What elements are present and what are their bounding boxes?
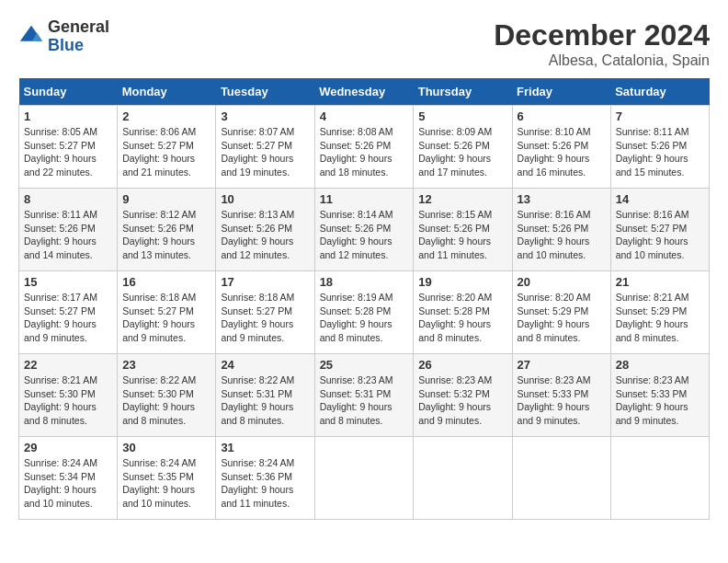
table-row: 12Sunrise: 8:15 AM Sunset: 5:26 PM Dayli…: [414, 189, 512, 271]
day-info: Sunrise: 8:23 AM Sunset: 5:31 PM Dayligh…: [320, 373, 409, 428]
page-header: General Blue December 2024 Albesa, Catal…: [18, 18, 710, 69]
table-row: 24Sunrise: 8:22 AM Sunset: 5:31 PM Dayli…: [216, 354, 314, 437]
day-number: 16: [122, 275, 210, 289]
table-row: [414, 437, 512, 520]
table-row: 17Sunrise: 8:18 AM Sunset: 5:27 PM Dayli…: [216, 271, 314, 354]
table-row: 10Sunrise: 8:13 AM Sunset: 5:26 PM Dayli…: [216, 189, 314, 271]
table-row: 1Sunrise: 8:05 AM Sunset: 5:27 PM Daylig…: [19, 106, 118, 189]
day-number: 28: [616, 358, 704, 372]
calendar-header-row: Sunday Monday Tuesday Wednesday Thursday…: [19, 78, 710, 106]
calendar-week-3: 15Sunrise: 8:17 AM Sunset: 5:27 PM Dayli…: [19, 271, 710, 354]
day-number: 6: [518, 109, 606, 123]
table-row: 23Sunrise: 8:22 AM Sunset: 5:30 PM Dayli…: [118, 354, 216, 437]
day-number: 11: [320, 192, 409, 206]
calendar-table: Sunday Monday Tuesday Wednesday Thursday…: [18, 78, 710, 520]
day-number: 22: [24, 358, 112, 372]
day-info: Sunrise: 8:12 AM Sunset: 5:26 PM Dayligh…: [122, 208, 210, 262]
table-row: 13Sunrise: 8:16 AM Sunset: 5:26 PM Dayli…: [512, 189, 610, 271]
day-info: Sunrise: 8:22 AM Sunset: 5:31 PM Dayligh…: [221, 373, 309, 428]
day-number: 29: [24, 441, 112, 454]
table-row: [610, 437, 709, 520]
table-row: 29Sunrise: 8:24 AM Sunset: 5:34 PM Dayli…: [19, 437, 118, 520]
day-number: 31: [221, 441, 309, 454]
header-wednesday: Wednesday: [314, 78, 414, 106]
day-info: Sunrise: 8:16 AM Sunset: 5:26 PM Dayligh…: [518, 208, 606, 262]
header-saturday: Saturday: [610, 78, 709, 106]
day-info: Sunrise: 8:13 AM Sunset: 5:26 PM Dayligh…: [221, 208, 309, 262]
logo-general-text: General: [48, 17, 109, 36]
day-info: Sunrise: 8:10 AM Sunset: 5:26 PM Dayligh…: [518, 125, 606, 179]
day-info: Sunrise: 8:18 AM Sunset: 5:27 PM Dayligh…: [122, 291, 210, 345]
day-info: Sunrise: 8:24 AM Sunset: 5:36 PM Dayligh…: [221, 456, 309, 511]
day-info: Sunrise: 8:20 AM Sunset: 5:28 PM Dayligh…: [418, 291, 506, 345]
day-info: Sunrise: 8:21 AM Sunset: 5:30 PM Dayligh…: [24, 373, 112, 428]
day-number: 10: [221, 192, 309, 206]
day-number: 3: [221, 109, 309, 123]
day-number: 25: [320, 358, 409, 372]
day-number: 21: [616, 275, 704, 289]
title-block: December 2024 Albesa, Catalonia, Spain: [494, 18, 710, 69]
table-row: 22Sunrise: 8:21 AM Sunset: 5:30 PM Dayli…: [19, 354, 118, 437]
table-row: 27Sunrise: 8:23 AM Sunset: 5:33 PM Dayli…: [512, 354, 610, 437]
day-info: Sunrise: 8:06 AM Sunset: 5:27 PM Dayligh…: [122, 125, 210, 179]
calendar-week-5: 29Sunrise: 8:24 AM Sunset: 5:34 PM Dayli…: [19, 437, 710, 520]
table-row: [512, 437, 610, 520]
header-monday: Monday: [118, 78, 216, 106]
logo: General Blue: [18, 18, 109, 55]
day-number: 18: [320, 275, 409, 289]
table-row: 11Sunrise: 8:14 AM Sunset: 5:26 PM Dayli…: [314, 189, 414, 271]
table-row: 7Sunrise: 8:11 AM Sunset: 5:26 PM Daylig…: [610, 106, 709, 189]
table-row: 8Sunrise: 8:11 AM Sunset: 5:26 PM Daylig…: [19, 189, 118, 271]
table-row: 3Sunrise: 8:07 AM Sunset: 5:27 PM Daylig…: [216, 106, 314, 189]
day-number: 13: [518, 192, 606, 206]
table-row: 4Sunrise: 8:08 AM Sunset: 5:26 PM Daylig…: [314, 106, 414, 189]
header-thursday: Thursday: [414, 78, 512, 106]
table-row: 14Sunrise: 8:16 AM Sunset: 5:27 PM Dayli…: [610, 189, 709, 271]
table-row: 6Sunrise: 8:10 AM Sunset: 5:26 PM Daylig…: [512, 106, 610, 189]
day-number: 19: [418, 275, 506, 289]
logo-icon: [18, 24, 44, 50]
day-number: 8: [24, 192, 112, 206]
header-sunday: Sunday: [19, 78, 118, 106]
day-number: 12: [418, 192, 506, 206]
calendar-week-1: 1Sunrise: 8:05 AM Sunset: 5:27 PM Daylig…: [19, 106, 710, 189]
day-info: Sunrise: 8:23 AM Sunset: 5:32 PM Dayligh…: [418, 373, 506, 428]
table-row: 19Sunrise: 8:20 AM Sunset: 5:28 PM Dayli…: [414, 271, 512, 354]
day-number: 14: [616, 192, 704, 206]
table-row: 15Sunrise: 8:17 AM Sunset: 5:27 PM Dayli…: [19, 271, 118, 354]
day-info: Sunrise: 8:11 AM Sunset: 5:26 PM Dayligh…: [616, 125, 704, 179]
month-title: December 2024: [494, 18, 710, 52]
table-row: 28Sunrise: 8:23 AM Sunset: 5:33 PM Dayli…: [610, 354, 709, 437]
day-info: Sunrise: 8:11 AM Sunset: 5:26 PM Dayligh…: [24, 208, 112, 262]
day-info: Sunrise: 8:22 AM Sunset: 5:30 PM Dayligh…: [122, 373, 210, 428]
day-info: Sunrise: 8:20 AM Sunset: 5:29 PM Dayligh…: [518, 291, 606, 345]
table-row: 30Sunrise: 8:24 AM Sunset: 5:35 PM Dayli…: [118, 437, 216, 520]
day-number: 23: [122, 358, 210, 372]
day-info: Sunrise: 8:21 AM Sunset: 5:29 PM Dayligh…: [616, 291, 704, 345]
day-info: Sunrise: 8:09 AM Sunset: 5:26 PM Dayligh…: [418, 125, 506, 179]
day-info: Sunrise: 8:23 AM Sunset: 5:33 PM Dayligh…: [518, 373, 606, 428]
table-row: 31Sunrise: 8:24 AM Sunset: 5:36 PM Dayli…: [216, 437, 314, 520]
day-number: 4: [320, 109, 409, 123]
day-number: 24: [221, 358, 309, 372]
day-number: 17: [221, 275, 309, 289]
day-info: Sunrise: 8:24 AM Sunset: 5:35 PM Dayligh…: [122, 456, 210, 511]
day-info: Sunrise: 8:23 AM Sunset: 5:33 PM Dayligh…: [616, 373, 704, 428]
day-info: Sunrise: 8:15 AM Sunset: 5:26 PM Dayligh…: [418, 208, 506, 262]
day-number: 15: [24, 275, 112, 289]
day-info: Sunrise: 8:16 AM Sunset: 5:27 PM Dayligh…: [616, 208, 704, 262]
table-row: 26Sunrise: 8:23 AM Sunset: 5:32 PM Dayli…: [414, 354, 512, 437]
day-number: 5: [418, 109, 506, 123]
table-row: 21Sunrise: 8:21 AM Sunset: 5:29 PM Dayli…: [610, 271, 709, 354]
day-info: Sunrise: 8:08 AM Sunset: 5:26 PM Dayligh…: [320, 125, 409, 179]
calendar-week-2: 8Sunrise: 8:11 AM Sunset: 5:26 PM Daylig…: [19, 189, 710, 271]
logo-blue-text: Blue: [48, 36, 84, 54]
table-row: 2Sunrise: 8:06 AM Sunset: 5:27 PM Daylig…: [118, 106, 216, 189]
header-tuesday: Tuesday: [216, 78, 314, 106]
day-number: 26: [418, 358, 506, 372]
table-row: 16Sunrise: 8:18 AM Sunset: 5:27 PM Dayli…: [118, 271, 216, 354]
day-number: 27: [518, 358, 606, 372]
table-row: [314, 437, 414, 520]
day-info: Sunrise: 8:05 AM Sunset: 5:27 PM Dayligh…: [24, 125, 112, 179]
day-number: 1: [24, 109, 112, 123]
